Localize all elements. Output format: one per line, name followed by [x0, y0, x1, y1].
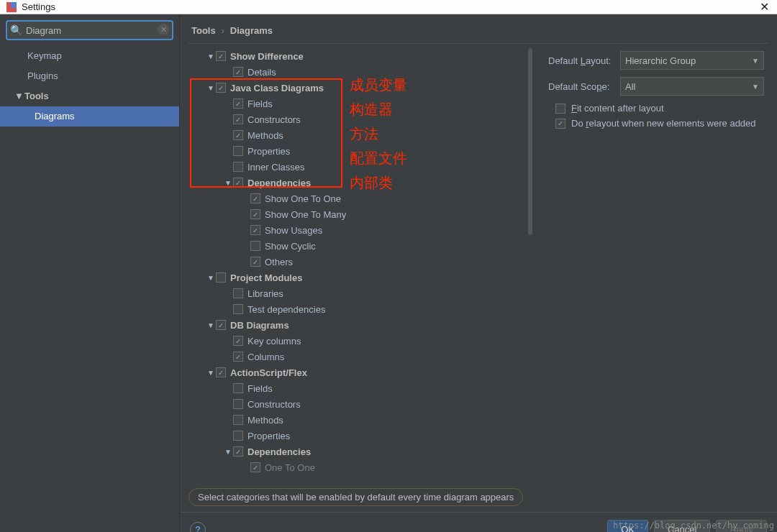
chevron-down-icon[interactable]: ▼: [206, 84, 216, 92]
default-scope-label: Default Scope:: [548, 81, 620, 92]
tree-node-libraries[interactable]: Libraries: [247, 288, 283, 299]
tree-node-db-diagrams[interactable]: DB Diagrams: [230, 320, 289, 331]
chevron-down-icon[interactable]: ▼: [206, 52, 216, 60]
tree-node-columns[interactable]: Columns: [247, 352, 284, 362]
search-icon: 🔍: [10, 24, 22, 36]
checkbox[interactable]: [250, 193, 260, 203]
tree-node-others[interactable]: Others: [265, 257, 293, 267]
tree-node-as-constructors[interactable]: Constructors: [247, 399, 301, 410]
do-relayout-checkbox-row[interactable]: Do relayout when new elements were added: [555, 118, 768, 129]
sidebar-item-plugins[interactable]: Plugins: [0, 66, 179, 86]
tree-node-methods[interactable]: Methods: [247, 130, 283, 141]
sidebar-item-diagrams[interactable]: Diagrams: [0, 106, 179, 127]
default-layout-label: Default Layout:: [548, 55, 620, 66]
tree-node-as-fields[interactable]: Fields: [247, 383, 273, 394]
tree-node-as-one-to-one[interactable]: One To One: [265, 462, 315, 473]
chevron-down-icon: ▼: [752, 83, 759, 91]
tree-node-test-dependencies[interactable]: Test dependencies: [247, 304, 325, 315]
tree-node-fields[interactable]: Fields: [247, 98, 273, 109]
watermark: https://blog.csdn.net/hy_coming: [613, 520, 774, 531]
select-value: All: [625, 81, 635, 92]
checkbox[interactable]: [216, 272, 226, 283]
sidebar-item-tools[interactable]: ▼Tools: [0, 86, 179, 106]
tree-node-show-cyclic[interactable]: Show Cyclic: [265, 241, 316, 252]
checkbox[interactable]: [250, 209, 260, 219]
tree-node-constructors[interactable]: Constructors: [247, 114, 301, 125]
tree-node-as-methods[interactable]: Methods: [247, 415, 283, 426]
hint-text: Select categories that will be enabled b…: [188, 488, 523, 506]
checkbox[interactable]: [233, 178, 243, 188]
tree-node-actionscript-flex[interactable]: ActionScript/Flex: [230, 367, 307, 378]
breadcrumb-separator: ›: [222, 25, 224, 36]
checkbox[interactable]: [233, 98, 243, 109]
checkbox[interactable]: [233, 304, 243, 314]
chevron-down-icon[interactable]: ▼: [206, 274, 216, 282]
tree-node-as-dependencies[interactable]: Dependencies: [247, 446, 311, 457]
clear-search-icon[interactable]: ✕: [158, 24, 169, 35]
checkbox[interactable]: [555, 119, 565, 129]
tree-pane: ▼Show Difference Details ▼Java Class Dia…: [188, 43, 534, 480]
scrollbar[interactable]: [528, 48, 532, 235]
checkbox[interactable]: [233, 288, 243, 298]
breadcrumb-leaf: Diagrams: [230, 25, 273, 36]
help-icon[interactable]: ?: [190, 522, 206, 533]
checkbox[interactable]: [250, 241, 260, 251]
sidebar-item-label: Tools: [24, 91, 49, 101]
checkbox[interactable]: [233, 415, 243, 425]
search-input[interactable]: [6, 20, 173, 40]
chevron-down-icon: ▼: [752, 57, 759, 65]
close-icon[interactable]: ✕: [757, 0, 771, 14]
chevron-down-icon[interactable]: ▼: [223, 179, 233, 187]
checkbox[interactable]: [233, 67, 243, 77]
tree-node-key-columns[interactable]: Key columns: [247, 336, 301, 347]
tree-node-inner-classes[interactable]: Inner Classes: [247, 162, 304, 173]
tree-node-java-class-diagrams[interactable]: Java Class Diagrams: [230, 83, 324, 93]
checkbox[interactable]: [233, 383, 243, 393]
chevron-down-icon[interactable]: ▼: [206, 369, 216, 377]
default-layout-dropdown[interactable]: Hierarchic Group ▼: [620, 51, 764, 70]
checkbox[interactable]: [233, 352, 243, 362]
sidebar: 🔍 ✕ Keymap Plugins ▼Tools Diagrams: [0, 14, 180, 532]
tree-node-project-modules[interactable]: Project Modules: [230, 272, 302, 283]
fit-content-checkbox-row[interactable]: Fit content after layout: [555, 103, 768, 114]
tree-node-show-difference[interactable]: Show Difference: [230, 51, 304, 62]
tree-node-show-one-to-one[interactable]: Show One To One: [265, 193, 341, 204]
checkbox[interactable]: [216, 83, 226, 93]
window-title: Settings: [22, 1, 757, 12]
right-pane: Default Layout: Hierarchic Group ▼ Defau…: [534, 43, 768, 480]
breadcrumb: Tools › Diagrams: [180, 14, 777, 43]
checkbox[interactable]: [250, 257, 260, 267]
checkbox[interactable]: [233, 146, 243, 156]
checkbox[interactable]: [233, 399, 243, 409]
sidebar-item-keymap[interactable]: Keymap: [0, 46, 179, 66]
checkbox[interactable]: [233, 431, 243, 441]
checkbox[interactable]: [233, 162, 243, 172]
checkbox[interactable]: [250, 225, 260, 235]
tree-node-dependencies[interactable]: Dependencies: [247, 178, 311, 188]
titlebar: Settings ✕: [0, 0, 777, 14]
do-relayout-label: Do relayout when new elements were added: [571, 118, 756, 129]
checkbox[interactable]: [233, 130, 243, 140]
tree-node-show-one-to-many[interactable]: Show One To Many: [265, 209, 346, 220]
fit-content-label: Fit content after layout: [571, 103, 664, 114]
tree-node-as-properties[interactable]: Properties: [247, 431, 290, 441]
chevron-down-icon[interactable]: ▼: [206, 321, 216, 329]
tree-node-show-usages[interactable]: Show Usages: [265, 225, 322, 236]
checkbox[interactable]: [216, 51, 226, 61]
checkbox[interactable]: [555, 104, 565, 114]
checkbox[interactable]: [216, 367, 226, 377]
app-icon: [6, 1, 17, 13]
svg-rect-1: [11, 2, 17, 8]
checkbox[interactable]: [250, 462, 260, 472]
tree-node-properties[interactable]: Properties: [247, 146, 290, 157]
checkbox[interactable]: [233, 114, 243, 124]
chevron-down-icon[interactable]: ▼: [223, 448, 233, 456]
checkbox[interactable]: [233, 446, 243, 457]
breadcrumb-root: Tools: [191, 25, 216, 36]
checkbox[interactable]: [216, 320, 226, 330]
tree-node-details[interactable]: Details: [247, 67, 276, 78]
chevron-down-icon: ▼: [14, 89, 22, 104]
select-value: Hierarchic Group: [625, 55, 696, 66]
default-scope-dropdown[interactable]: All ▼: [620, 77, 764, 96]
checkbox[interactable]: [233, 336, 243, 346]
